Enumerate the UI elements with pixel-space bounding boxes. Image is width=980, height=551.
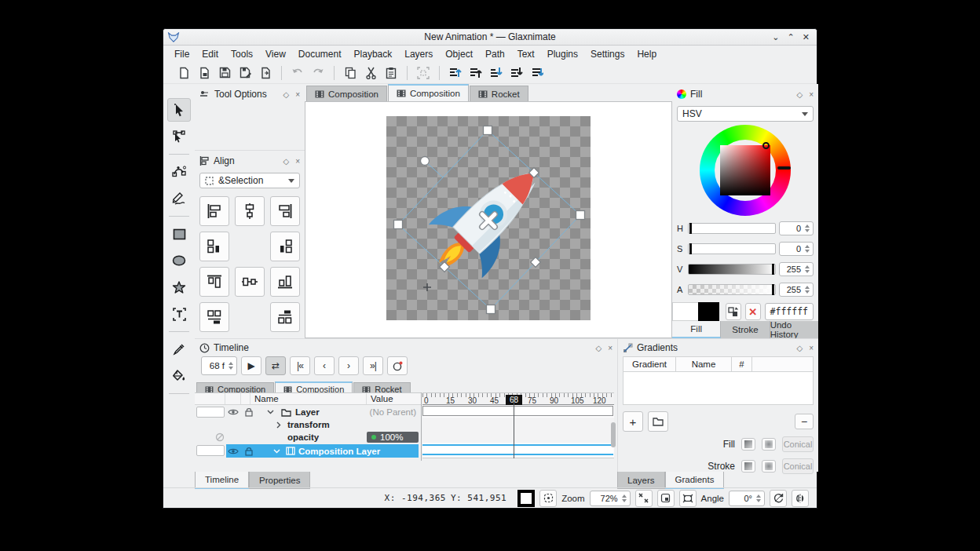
menu-path[interactable]: Path [479,47,511,61]
timeline-tracks[interactable] [422,405,614,458]
clear-color-button[interactable]: ✕ [745,303,761,320]
menu-object[interactable]: Object [439,47,479,61]
saturation-spinbox[interactable]: 0 [779,242,814,256]
text-tool[interactable] [167,302,191,326]
menu-layers[interactable]: Layers [398,47,439,61]
copy-button[interactable] [341,64,360,82]
menu-help[interactable]: Help [631,47,663,61]
raise-button[interactable] [466,64,485,82]
go-to-start-button[interactable]: |« [290,356,310,375]
menu-view[interactable]: View [259,47,292,61]
close-button[interactable]: ✕ [803,33,810,42]
sv-marker[interactable] [762,142,770,149]
transform-row[interactable]: transform [195,418,421,431]
fit-canvas-button[interactable] [679,490,697,507]
move-to-composition-button[interactable] [528,64,547,82]
opacity-value-badge[interactable]: 100% [367,432,419,443]
lower-to-bottom-button[interactable] [507,64,526,82]
name-column-header[interactable]: Name [676,356,732,372]
timeline-ruler[interactable]: 0 15 30 45 68 75 90 105 120 [422,392,614,405]
add-gradient-button[interactable]: + [623,411,643,432]
save-button[interactable] [215,64,234,82]
remove-gradient-button[interactable]: − [795,414,814,429]
sv-square[interactable] [720,145,770,195]
tab-gradients[interactable]: Gradients [665,472,725,489]
align-outside-right-button[interactable] [270,232,300,261]
menu-document[interactable]: Document [292,47,348,61]
rectangle-tool[interactable] [167,222,191,246]
current-color-swatch[interactable] [517,490,535,507]
close-panel-icon[interactable]: × [295,157,300,166]
ellipse-tool[interactable] [167,249,191,272]
tab-composition-2[interactable]: Composition [388,84,469,101]
play-button[interactable]: ▶ [241,356,261,375]
opacity-row[interactable]: opacity 100% [195,431,421,443]
fill-bucket-tool[interactable] [167,364,191,388]
float-panel-icon[interactable]: ◇ [796,344,803,352]
comp-layer-toggle-cell[interactable] [196,445,225,456]
close-panel-icon[interactable]: × [295,90,300,99]
frame-spinbox[interactable]: 68 f [201,356,237,375]
select-tool[interactable] [167,98,191,122]
count-column-header[interactable]: # [732,356,752,372]
fill-linear-gradient-button[interactable] [741,438,755,451]
menu-plugins[interactable]: Plugins [541,47,584,61]
hue-slider[interactable] [688,223,776,234]
fill-radial-gradient-button[interactable] [762,438,776,451]
record-button[interactable] [387,356,408,375]
reset-rotation-button[interactable] [770,490,787,507]
align-outside-top-button[interactable] [199,302,229,332]
swap-colors-button[interactable] [726,303,741,320]
menu-file[interactable]: File [168,47,196,61]
tab-timeline[interactable]: Timeline [195,472,249,489]
loop-button[interactable]: ⇄ [265,356,286,375]
hue-marker[interactable] [777,166,791,170]
value-slider[interactable] [688,264,776,275]
fill-conical-button[interactable]: Conical [782,436,814,452]
primary-color-swatch[interactable] [672,302,698,321]
eye-icon[interactable] [228,447,239,455]
menu-edit[interactable]: Edit [196,47,225,61]
stroke-linear-gradient-button[interactable] [741,460,755,473]
zoom-reset-button[interactable] [657,490,675,507]
layer-toggle-cell[interactable] [196,407,225,418]
layer-row[interactable]: Layer (No Parent) [195,406,421,418]
playhead[interactable] [514,396,514,458]
layer-track-bar[interactable] [422,406,613,416]
edit-nodes-tool[interactable] [167,125,191,148]
float-panel-icon[interactable]: ◇ [283,157,289,166]
hue-spinbox[interactable]: 0 [779,221,814,235]
timeline-vscrollbar[interactable] [611,422,616,447]
maximize-button[interactable]: ⌃ [788,33,795,42]
cut-button[interactable] [361,64,380,82]
expand-chevron-icon[interactable] [276,421,281,429]
new-file-button[interactable] [174,64,193,82]
menu-text[interactable]: Text [511,47,541,61]
star-tool[interactable] [167,276,191,299]
draw-freehand-tool[interactable] [167,187,191,210]
tab-undo-history[interactable]: Undo History [770,321,818,338]
secondary-color-swatch[interactable] [698,302,719,321]
next-frame-button[interactable]: › [338,356,359,375]
group-shapes-button[interactable] [414,64,433,82]
tab-layers[interactable]: Layers [617,472,665,489]
comp-layer-track-bar[interactable] [422,444,613,455]
close-panel-icon[interactable]: × [809,90,814,99]
color-mode-select[interactable]: HSV [677,106,814,122]
lock-icon[interactable] [245,447,253,456]
composition-layer-row[interactable]: Composition Layer [195,444,421,458]
tab-properties[interactable]: Properties [249,472,310,489]
tab-fill[interactable]: Fill [672,321,721,338]
align-left-button[interactable] [199,196,229,226]
title-bar[interactable]: New Animation * — Glaxnimate ⌄ ⌃ ✕ [163,29,817,46]
float-panel-icon[interactable]: ◇ [796,90,803,99]
rocket-artwork[interactable] [386,116,591,320]
zoom-spinbox[interactable]: 72% [590,491,631,506]
hex-color-field[interactable]: #ffffff [765,303,814,320]
minimize-button[interactable]: ⌄ [772,33,779,42]
align-outside-left-button[interactable] [199,232,229,261]
undo-button[interactable] [288,64,307,82]
value-spinbox[interactable]: 255 [779,262,814,276]
drawing-canvas[interactable] [305,101,672,338]
gradients-list[interactable] [623,372,814,405]
